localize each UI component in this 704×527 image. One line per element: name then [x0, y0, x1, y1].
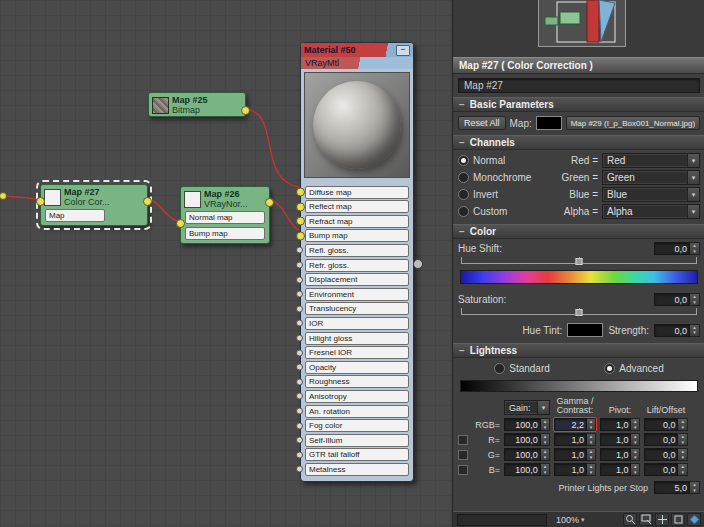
input-socket[interactable] — [296, 291, 303, 298]
red-pivot-spinner[interactable]: 1,0▴▾ — [600, 433, 640, 446]
zoom-tool-icon[interactable] — [623, 513, 637, 526]
input-socket[interactable] — [296, 466, 303, 473]
spinner-arrows[interactable]: ▴▾ — [587, 463, 596, 476]
spinner-value[interactable]: 0,0 — [644, 463, 678, 476]
spinner-value[interactable]: 2,2 — [554, 418, 587, 431]
spinner-value[interactable]: 1,0 — [600, 433, 631, 446]
blue-pivot-spinner[interactable]: 1,0▴▾ — [600, 463, 640, 476]
slot-row[interactable]: Fresnel IOR — [301, 346, 413, 359]
slot-row[interactable]: Reflect map — [301, 200, 413, 213]
input-socket[interactable] — [296, 231, 305, 240]
spinner-value[interactable]: 5,0 — [654, 481, 690, 494]
saturation-slider[interactable] — [461, 308, 697, 315]
input-socket[interactable] — [296, 349, 303, 356]
radio-invert[interactable]: Invert — [458, 188, 554, 201]
slot-row[interactable]: Diffuse map — [301, 186, 413, 199]
spinner-arrows[interactable]: ▴▾ — [690, 293, 700, 306]
radio-advanced[interactable]: Advanced — [604, 362, 663, 375]
output-socket[interactable] — [241, 106, 250, 115]
red-channel-dropdown[interactable]: Red▾ — [602, 153, 700, 168]
node-header[interactable]: Map #27 Color Cor... — [41, 185, 147, 208]
hue-shift-slider[interactable] — [461, 257, 697, 264]
collapse-icon[interactable]: − — [459, 136, 465, 149]
green-lock-checkbox[interactable] — [458, 450, 468, 460]
spinner-arrows[interactable]: ▴▾ — [587, 448, 596, 461]
spinner-value[interactable]: 0,0 — [644, 448, 678, 461]
green-gamma-spinner[interactable]: 1,0▴▾ — [554, 448, 596, 461]
navigator-window[interactable] — [538, 0, 626, 47]
spinner-arrows[interactable]: ▴▾ — [541, 418, 550, 431]
input-socket[interactable] — [296, 202, 305, 211]
spinner-arrows[interactable]: ▴▾ — [690, 324, 700, 337]
blue-gain-spinner[interactable]: 100,0▴▾ — [504, 463, 550, 476]
node-view-canvas[interactable]: Map #25 Bitmap Map #27 Color Cor... Map — [0, 0, 452, 527]
input-socket[interactable] — [296, 188, 305, 197]
gain-dropdown[interactable]: Gain:▾ — [504, 400, 550, 415]
slot-row[interactable]: IOR — [301, 317, 413, 330]
node-header[interactable]: Material #50 − — [301, 43, 413, 57]
input-socket[interactable] — [296, 422, 303, 429]
input-socket[interactable] — [296, 262, 303, 269]
spinner-arrows[interactable]: ▴▾ — [631, 448, 640, 461]
strength-spinner[interactable]: 0,0▴▾ — [654, 324, 700, 337]
collapse-icon[interactable]: − — [459, 98, 465, 111]
spinner-value[interactable]: 0,0 — [644, 418, 678, 431]
green-channel-dropdown[interactable]: Green▾ — [602, 170, 700, 185]
spinner-value[interactable]: 0,0 — [644, 433, 678, 446]
radio-normal[interactable]: Normal — [458, 154, 554, 167]
spinner-value[interactable]: 1,0 — [600, 448, 631, 461]
slot-row[interactable]: Displacement — [301, 273, 413, 286]
zoom-control[interactable]: 100% ▾ — [556, 515, 585, 525]
pan-tool-icon[interactable] — [655, 513, 669, 526]
red-lock-checkbox[interactable] — [458, 435, 468, 445]
output-socket[interactable] — [265, 198, 274, 207]
input-socket[interactable] — [296, 217, 305, 226]
input-socket[interactable] — [296, 378, 303, 385]
node-map25[interactable]: Map #25 Bitmap — [148, 92, 246, 117]
blue-lock-checkbox[interactable] — [458, 465, 468, 475]
spinner-arrows[interactable]: ▴▾ — [678, 418, 688, 431]
map-name-field[interactable]: Map #27 — [458, 78, 700, 93]
spinner-arrows[interactable]: ▴▾ — [541, 448, 550, 461]
alpha-channel-dropdown[interactable]: Alpha▾ — [602, 204, 700, 219]
hue-shift-spinner[interactable]: 0,0▴▾ — [654, 242, 700, 255]
spinner-arrows[interactable]: ▴▾ — [690, 481, 700, 494]
input-socket[interactable] — [296, 335, 303, 342]
printer-lights-spinner[interactable]: 5,0▴▾ — [654, 481, 700, 494]
reset-all-button[interactable]: Reset All — [458, 116, 506, 130]
spinner-value[interactable]: 100,0 — [504, 418, 541, 431]
spinner-value[interactable]: 100,0 — [504, 433, 541, 446]
spinner-arrows[interactable]: ▴▾ — [690, 242, 700, 255]
spinner-value[interactable]: 0,0 — [654, 242, 690, 255]
collapse-icon[interactable]: − — [459, 344, 465, 357]
slot-map[interactable]: Map — [45, 209, 105, 222]
slot-row[interactable]: Refr. gloss. — [301, 259, 413, 272]
chevron-down-icon[interactable]: ▾ — [581, 516, 585, 524]
spinner-value[interactable]: 1,0 — [600, 463, 631, 476]
input-socket[interactable] — [296, 247, 303, 254]
input-socket[interactable] — [296, 276, 303, 283]
rgb-pivot-spinner[interactable]: 1,0▴▾ — [600, 418, 640, 431]
green-pivot-spinner[interactable]: 1,0▴▾ — [600, 448, 640, 461]
node-map26[interactable]: Map #26 VRayNor... Normal map Bump map — [180, 186, 270, 244]
spinner-arrows[interactable]: ▴▾ — [631, 433, 640, 446]
slot-bump-map[interactable]: Bump map — [185, 227, 265, 240]
input-socket[interactable] — [36, 197, 45, 206]
slot-row[interactable]: An. rotation — [301, 405, 413, 418]
spinner-value[interactable]: 1,0 — [554, 463, 587, 476]
radio-standard[interactable]: Standard — [494, 362, 550, 375]
rollout-basic-parameters[interactable]: − Basic Parameters — [453, 97, 704, 112]
slot-row[interactable]: Anisotropy — [301, 390, 413, 403]
spinner-value[interactable]: 1,0 — [554, 448, 587, 461]
slot-row[interactable]: Hilight gloss — [301, 332, 413, 345]
spinner-arrows[interactable]: ▴▾ — [541, 433, 550, 446]
red-gain-spinner[interactable]: 100,0▴▾ — [504, 433, 550, 446]
radio-monochrome[interactable]: Monochrome — [458, 171, 554, 184]
red-lift-spinner[interactable]: 0,0▴▾ — [644, 433, 688, 446]
spinner-arrows[interactable]: ▴▾ — [678, 448, 688, 461]
radio-custom[interactable]: Custom — [458, 205, 554, 218]
slot-row[interactable]: Environment — [301, 288, 413, 301]
map-source-button[interactable]: Map #29 (I_p_Box001_Normal.jpg) — [566, 116, 700, 130]
spinner-arrows[interactable]: ▴▾ — [631, 418, 640, 431]
input-socket[interactable] — [296, 393, 303, 400]
